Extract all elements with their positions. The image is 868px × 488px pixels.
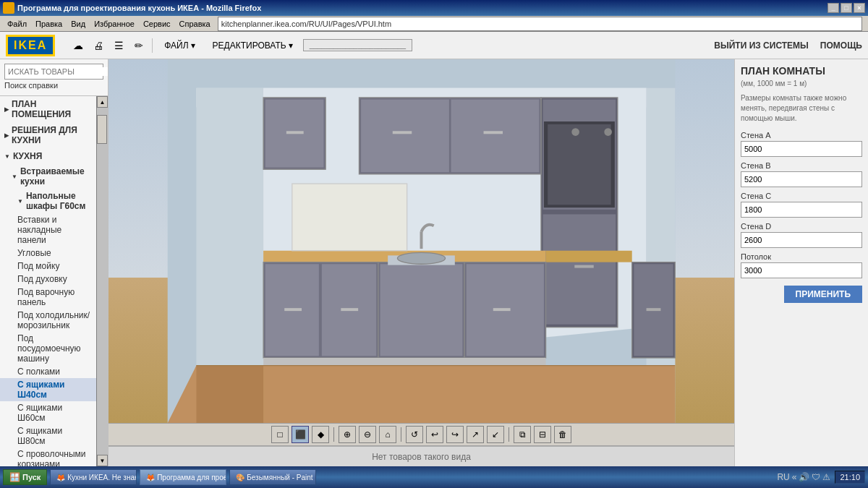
tray-shield: ⚠ [822,472,830,482]
wall-a-input[interactable] [741,141,862,157]
edit-menu-arrow: ▾ [289,40,293,51]
zoom-in-button[interactable]: ⊕ [339,426,356,443]
firefox-icon [3,2,14,14]
redo-button[interactable]: ↪ [446,426,464,443]
edit-menu-button[interactable]: РЕДАКТИРОВАТЬ ▾ [205,38,300,53]
toolbar-edit-icon[interactable]: ✏ [130,37,148,54]
window-controls[interactable]: _ □ × [827,3,865,13]
help-button[interactable]: ПОМОЩЬ [820,40,862,51]
menu-favorites[interactable]: Избранное [90,18,139,30]
ceiling-input[interactable] [741,262,862,278]
sidebar-menu: ▶ ПЛАН ПОМЕЩЕНИЯ ▶ РЕШЕНИЯ ДЛЯ КУХНИ ▼ К… [0,96,96,466]
sidebar-item-drawers-80[interactable]: С ящиками Ш80см [0,424,96,448]
toolbar-list-icon[interactable]: ☰ [110,37,127,54]
taskbar-icon-2: 🦊 [146,474,155,481]
apply-button[interactable]: ПРИМЕНИТЬ [784,286,863,303]
sidebar-item-drawers-40[interactable]: С ящиками Ш40см [0,378,96,401]
viewport-3d[interactable] [109,59,734,423]
zoom-out-button[interactable]: ⊖ [359,426,376,443]
taskbar: 🪟 Пуск 🦊 Кухни ИКЕА. Не знаю - ... 🦊 Про… [0,466,868,488]
maximize-button[interactable]: □ [841,3,852,13]
taskbar-icon-3: 🎨 [236,474,244,481]
separator-1 [152,38,153,53]
scrollbar-track[interactable] [97,108,108,455]
home-view-button[interactable]: ⌂ [379,426,396,443]
svg-point-14 [571,128,579,136]
tray-network: « [792,472,797,482]
view-2d-button[interactable]: □ [271,426,289,443]
sidebar-scrollbar[interactable]: ▲ ▼ [96,96,108,466]
menu-help[interactable]: Справка [175,18,215,30]
address-bar[interactable]: kitchenplanner.ikea.com/RU/UI/Pages/VPUI… [218,17,862,31]
scroll-down-button[interactable]: ▼ [97,455,108,466]
svg-rect-11 [574,265,593,268]
scrollbar-thumb[interactable] [97,115,107,144]
main-area: □ ⬛ ◆ ⊕ ⊖ ⌂ ↺ ↩ ↪ ↗ ↙ ⧉ ⊟ 🗑 Нет товаро [109,59,734,466]
svg-rect-42 [647,308,661,311]
view-separator-2 [401,427,401,442]
svg-marker-2 [196,88,263,366]
sidebar: 🔍 Поиск справки ▶ ПЛАН ПОМЕЩЕНИЯ ▶ РЕШЕН… [0,59,109,466]
copy-view-button[interactable]: ⧉ [514,426,531,443]
sidebar-item-kitchen[interactable]: ▼ КУХНЯ [0,148,96,164]
clock-time: 21:10 [840,473,860,481]
toolbar-print-icon[interactable]: 🖨 [90,37,107,54]
sidebar-item-wire-baskets[interactable]: С проволочными корзинами [0,448,96,466]
menu-file[interactable]: Файл [3,18,31,30]
solutions-label: РЕШЕНИЯ ДЛЯ КУХНИ [12,125,92,145]
tray-antivirus: 🛡 [812,472,820,482]
search-input[interactable] [8,67,108,76]
minimize-button[interactable]: _ [827,3,839,13]
sidebar-item-inserts[interactable]: Вставки и накладные панели [0,213,96,247]
view-separator-1 [333,427,334,442]
menu-edit[interactable]: Правка [31,18,67,30]
room-plan-title: ПЛАН КОМНАТЫ [741,65,862,77]
sidebar-item-hob[interactable]: Под варочную панель [0,286,96,309]
toolbar-upload-icon[interactable]: ☁ [69,37,87,54]
wall-c-label: Стена C [741,192,862,200]
wall-b-input[interactable] [741,171,862,187]
sidebar-item-dishwasher[interactable]: Под посудомоечную машину [0,332,96,365]
search-area: 🔍 Поиск справки [0,59,108,96]
svg-rect-20 [484,131,503,134]
sidebar-item-corner[interactable]: Угловые [0,247,96,260]
file-menu-arrow: ▾ [191,40,195,51]
sidebar-item-built-in[interactable]: ▼ Встраиваемые кухни [0,164,96,189]
sidebar-item-plan[interactable]: ▶ ПЛАН ПОМЕЩЕНИЯ [0,96,96,122]
sidebar-item-solutions[interactable]: ▶ РЕШЕНИЯ ДЛЯ КУХНИ [0,122,96,148]
taskbar-item-2[interactable]: 🦊 Программа для прое... [140,469,226,485]
tilt-button[interactable]: ↙ [487,426,504,443]
sidebar-item-oven[interactable]: Под духовку [0,273,96,286]
tray-volume: 🔊 [799,472,809,482]
wall-d-input[interactable] [741,232,862,248]
sidebar-item-floor-cabinets[interactable]: ▼ Напольные шкафы Г60см [0,189,96,213]
help-search-link[interactable]: Поиск справки [4,80,103,91]
search-wrapper[interactable]: 🔍 [4,64,103,80]
sidebar-item-sink[interactable]: Под мойку [0,260,96,273]
start-button[interactable]: 🪟 Пуск [3,469,47,485]
view-toolbar: □ ⬛ ◆ ⊕ ⊖ ⌂ ↺ ↩ ↪ ↗ ↙ ⧉ ⊟ 🗑 [109,423,734,446]
mirror-button[interactable]: ⊟ [534,426,551,443]
rotate-left-button[interactable]: ↺ [406,426,423,443]
svg-marker-5 [196,366,263,423]
menu-tools[interactable]: Сервис [139,18,175,30]
delete-button[interactable]: 🗑 [554,426,571,443]
taskbar-item-3[interactable]: 🎨 Безымянный - Paint [229,469,316,485]
close-button[interactable]: × [854,3,865,13]
undo-button[interactable]: ↩ [426,426,443,443]
menu-view[interactable]: Вид [67,18,90,30]
view-perspective-button[interactable]: ◆ [312,426,329,443]
logout-button[interactable]: ВЫЙТИ ИЗ СИСТЕМЫ [714,40,809,51]
scroll-up-button[interactable]: ▲ [97,96,108,108]
view-3d-button[interactable]: ⬛ [292,426,309,443]
wall-c-input[interactable] [741,202,862,218]
sidebar-item-shelves[interactable]: С полками [0,365,96,378]
rotate-right-button[interactable]: ↗ [467,426,484,443]
sidebar-item-fridge[interactable]: Под холодильник/морозильник [0,309,96,332]
wall-d-label: Стена D [741,222,862,231]
taskbar-item-1[interactable]: 🦊 Кухни ИКЕА. Не знаю - ... [50,469,137,485]
file-menu-button[interactable]: ФАЙЛ ▾ [157,38,202,53]
sidebar-item-drawers-60[interactable]: С ящиками Ш60см [0,401,96,424]
wall-a-label: Стена A [741,131,862,140]
app-toolbar: IKEA ☁ 🖨 ☰ ✏ ФАЙЛ ▾ РЕДАКТИРОВАТЬ ▾ ____… [0,32,868,59]
